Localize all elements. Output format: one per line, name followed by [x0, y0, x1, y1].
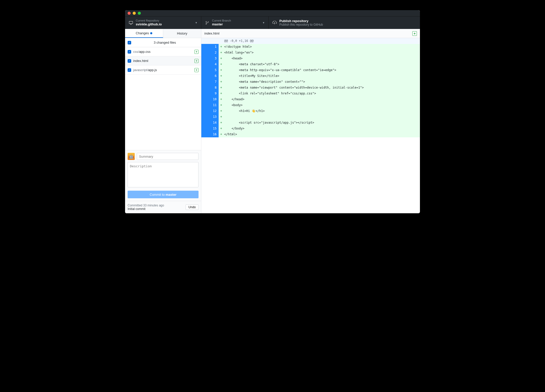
diff-header: index.html + [201, 29, 420, 38]
gutter-old [201, 126, 210, 132]
gutter-old [201, 85, 210, 91]
svg-point-2 [208, 21, 208, 22]
commit-button-branch: master [166, 193, 177, 197]
diff-code: </head> [224, 96, 420, 102]
diff-line: 5+ <meta http-equiv="x-ua-compatible" co… [201, 67, 420, 73]
changed-files-count: 3 changed files [131, 41, 199, 44]
gutter-new: 14 [210, 120, 219, 126]
diff-line: 9+ <link rel="stylesheet" href="css/app.… [201, 91, 420, 96]
diff-code: <html lang="en"> [224, 50, 420, 56]
gutter-new: 3 [210, 56, 219, 61]
toolbar: Current Repository svinkle.github.io ▼ C… [125, 16, 420, 29]
description-input[interactable] [128, 162, 199, 187]
diff-filename: index.html [204, 31, 412, 35]
diff-line: 1+<!doctype html> [201, 44, 420, 50]
gutter-new: 12 [210, 108, 219, 114]
diff-marker: + [219, 61, 224, 67]
gutter-new: 11 [210, 102, 219, 108]
diff-marker: + [219, 67, 224, 73]
file-path: javascript/app.js [133, 68, 192, 72]
diff-marker: + [219, 44, 224, 50]
zoom-icon[interactable] [138, 12, 141, 15]
tab-history[interactable]: History [163, 29, 201, 38]
gutter-old [201, 44, 210, 50]
commit-form: 🤖 Commit to master [125, 150, 201, 201]
gutter-new: 13 [210, 114, 219, 120]
gutter-old [201, 67, 210, 73]
gutter-new: 8 [210, 85, 219, 91]
file-checkbox[interactable]: ✓ [128, 68, 131, 72]
app-window: Current Repository svinkle.github.io ▼ C… [125, 10, 420, 213]
undo-button[interactable]: Undo [186, 204, 199, 210]
gutter-old [201, 102, 210, 108]
svg-point-0 [206, 21, 206, 22]
chevron-down-icon: ▼ [262, 21, 265, 24]
diff-code: <meta charset="utf-8"> [224, 61, 420, 67]
file-checkbox[interactable]: ✓ [128, 59, 131, 63]
diff-marker: + [219, 120, 224, 126]
summary-input[interactable] [137, 153, 199, 160]
changed-files-header: ✓ 3 changed files [125, 38, 201, 47]
file-row[interactable]: ✓css/app.css+ [125, 47, 201, 56]
diff-marker: + [219, 56, 224, 61]
file-path: index.html [133, 59, 192, 63]
file-checkbox[interactable]: ✓ [128, 50, 131, 54]
diff-code: <meta http-equiv="x-ua-compatible" conte… [224, 67, 420, 73]
diff-line: 2+<html lang="en"> [201, 50, 420, 56]
diff-line: 15+ </body> [201, 126, 420, 132]
diff-marker: + [219, 73, 224, 79]
monitor-icon [129, 21, 133, 25]
diff-hunk-header: @@ -0,0 +1,16 @@ [201, 38, 420, 44]
diff-code: <meta name="description" content=""> [224, 79, 420, 85]
diff-code: <h1>Hi 👋</h1> [224, 108, 420, 114]
file-row[interactable]: ✓index.html+ [125, 56, 201, 66]
cloud-upload-icon [272, 21, 277, 25]
diff-view[interactable]: @@ -0,0 +1,16 @@1+<!doctype html>2+<html… [201, 38, 420, 213]
gutter-old [201, 91, 210, 96]
diff-marker: + [219, 108, 224, 114]
file-row[interactable]: ✓javascript/app.js+ [125, 66, 201, 75]
publish-button[interactable]: Publish repository Publish this reposito… [269, 17, 420, 29]
gutter-old [201, 61, 210, 67]
gutter-new: 6 [210, 73, 219, 79]
gutter-new: 1 [210, 44, 219, 50]
gutter-old [201, 132, 210, 137]
close-icon[interactable] [128, 12, 131, 15]
diff-line: 16+</html> [201, 132, 420, 137]
tab-changes-label: Changes [136, 31, 149, 35]
diff-line: 6+ <title>My Site</title> [201, 73, 420, 79]
gutter-old [201, 50, 210, 56]
gutter-new: 16 [210, 132, 219, 137]
diff-line: 7+ <meta name="description" content=""> [201, 79, 420, 85]
expand-diff-button[interactable]: + [412, 31, 417, 36]
diff-code: </html> [224, 132, 420, 137]
last-commit-message: Initial commit [128, 207, 186, 211]
select-all-checkbox[interactable]: ✓ [128, 41, 131, 44]
publish-subtitle: Publish this repository to GitHub [279, 23, 416, 26]
minimize-icon[interactable] [133, 12, 136, 15]
diff-marker: + [219, 126, 224, 132]
commit-button[interactable]: Commit to master [128, 191, 199, 198]
file-status-added-icon: + [194, 50, 199, 54]
gutter-old [201, 73, 210, 79]
diff-marker: + [219, 50, 224, 56]
gutter-old [201, 114, 210, 120]
gutter-old [201, 96, 210, 102]
gutter-new: 7 [210, 79, 219, 85]
file-list: ✓css/app.css+✓index.html+✓javascript/app… [125, 47, 201, 150]
repo-label: Current Repository [136, 19, 195, 22]
avatar: 🤖 [128, 153, 135, 160]
repository-switcher[interactable]: Current Repository svinkle.github.io ▼ [125, 17, 201, 29]
diff-line: 4+ <meta charset="utf-8"> [201, 61, 420, 67]
gutter-new: 2 [210, 50, 219, 56]
diff-line: 10+ </head> [201, 96, 420, 102]
branch-switcher[interactable]: Current Branch master ▼ [201, 17, 269, 29]
gutter-old [201, 56, 210, 61]
diff-code: <!doctype html> [224, 44, 420, 50]
chevron-down-icon: ▼ [195, 21, 198, 24]
diff-line: 3+ <head> [201, 56, 420, 61]
tab-changes[interactable]: Changes [125, 29, 163, 38]
file-path: css/app.css [133, 50, 192, 54]
gutter-old [201, 79, 210, 85]
branch-name: master [212, 22, 262, 26]
